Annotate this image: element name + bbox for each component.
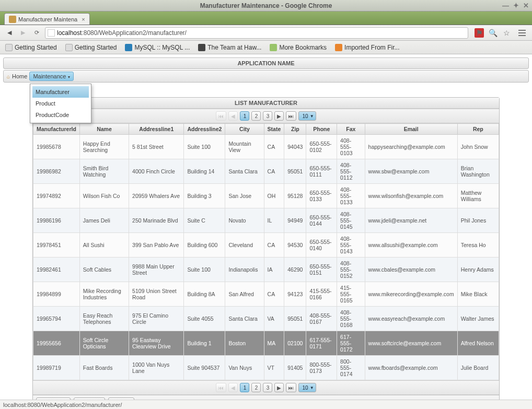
cell-rep: Walter James (457, 307, 499, 331)
cell-email: www.sbw@example.com (365, 159, 457, 184)
cell-state: CA (264, 135, 284, 159)
minimize-icon[interactable]: — (502, 2, 509, 9)
cell-phone: 650-555-0140 (306, 233, 337, 258)
cell-phone: 650-555-0151 (306, 258, 337, 282)
page-button-3[interactable]: 3 (263, 111, 272, 121)
browser-tabstrip: Manufacturer Maintena × (0, 11, 532, 25)
last-page-button[interactable]: ⏭ (286, 111, 296, 121)
cell-fax: 408-555-0152 (337, 258, 365, 282)
table-row[interactable]: 19984899Mike Recording Industries5109 Un… (33, 282, 499, 307)
bookmark-icon (65, 44, 73, 51)
page-button-3[interactable]: 3 (263, 383, 272, 392)
page-button-2[interactable]: 2 (251, 383, 261, 392)
cell-state: MA (264, 331, 284, 356)
browser-tab[interactable]: Manufacturer Maintena × (4, 13, 90, 25)
cell-email: happysearching@example.com (365, 135, 457, 159)
cell-fax: 408-555-0143 (337, 233, 365, 258)
rows-per-page-select[interactable]: 10 (298, 383, 316, 392)
column-header[interactable]: Email (365, 124, 457, 135)
table-row[interactable]: 19955656Soft Circle Opticians95 Eastway … (33, 331, 499, 356)
reload-button[interactable]: ⟳ (31, 28, 42, 38)
forward-button: ▶ (18, 28, 28, 38)
cell-id: 19989719 (33, 356, 80, 380)
back-button[interactable]: ◀ (4, 28, 15, 38)
dropdown-item[interactable]: Product (32, 98, 89, 109)
maintenance-menu[interactable]: Maintenance▾ (29, 72, 74, 81)
column-header[interactable]: Phone (306, 124, 337, 135)
url-text: localhost:8080/WebApplication2/manufactu… (57, 29, 187, 37)
table-row[interactable]: 19978451All Sushi399 San Pablo AveBuildi… (33, 233, 499, 258)
cell-phone: 650-555-0102 (306, 135, 337, 159)
table-row[interactable]: 19985678Happy End Searching5 81st Street… (33, 135, 499, 159)
cell-rep: Mike Black (457, 282, 499, 307)
column-header[interactable]: ManufacturerId (33, 124, 80, 135)
table-row[interactable]: 19965794Easy Reach Telephones975 El Cami… (33, 307, 499, 331)
cell-name: Soft Circle Opticians (79, 331, 129, 356)
table-row[interactable]: 19986982Smith Bird Watching4000 Finch Ci… (33, 159, 499, 184)
cell-email: www.jdeli@example.net (365, 208, 457, 233)
column-header[interactable]: Name (79, 124, 129, 135)
status-bar: localhost:8080/WebApplication2/manufactu… (0, 400, 532, 409)
bookmark-item[interactable]: Imported From Fir... (335, 44, 399, 51)
bookmark-label: MySQL :: MySQL ... (134, 44, 190, 51)
maximize-icon[interactable]: ✦ (513, 2, 519, 9)
cell-city: Van Nuys (225, 356, 264, 380)
browser-menu-button[interactable] (516, 30, 528, 36)
home-icon[interactable]: ⌂ (7, 74, 10, 79)
bookmark-item[interactable]: MySQL :: MySQL ... (125, 44, 190, 51)
cell-a1: 5109 Union Street Road (129, 282, 184, 307)
tab-close-icon[interactable]: × (82, 16, 85, 22)
table-row[interactable]: 19986196James Deli250 Marinade BlvdSuite… (33, 208, 499, 233)
navbar-right-icons: ⚑ 🔍 ☆ (475, 28, 511, 38)
column-header[interactable]: Zip (284, 124, 306, 135)
bookmark-item[interactable]: The Team at Haw... (198, 44, 261, 51)
cell-city: Novato (225, 208, 264, 233)
bookmark-item[interactable]: Getting Started (5, 44, 57, 51)
column-header[interactable]: Fax (337, 124, 365, 135)
column-header[interactable]: State (264, 124, 284, 135)
flash-icon[interactable]: ⚑ (475, 28, 484, 38)
table-row[interactable]: 19989719Fast Boards1000 Van Nuys LaneSui… (33, 356, 499, 380)
url-bar[interactable]: localhost:8080/WebApplication2/manufactu… (45, 27, 468, 39)
cell-zip: 94123 (284, 282, 306, 307)
column-header[interactable]: Addressline2 (184, 124, 225, 135)
bookmark-item[interactable]: Getting Started (65, 44, 117, 51)
cell-id: 19978451 (33, 233, 80, 258)
table-row[interactable]: 19974892Wilson Fish Co20959 Whalers AveB… (33, 184, 499, 208)
close-icon[interactable]: ✕ (523, 2, 529, 9)
next-page-button[interactable]: ▶ (274, 111, 284, 121)
cell-a1: 399 San Pablo Ave (129, 233, 184, 258)
next-page-button[interactable]: ▶ (274, 383, 284, 392)
tab-favicon (9, 16, 16, 23)
cell-a2: Building 8A (184, 282, 225, 307)
column-header[interactable]: Rep (457, 124, 499, 135)
bookmark-icon (125, 44, 132, 51)
table-row[interactable]: 19982461Soft Cables9988 Main Upper Stree… (33, 258, 499, 282)
last-page-button[interactable]: ⏭ (286, 383, 296, 392)
chevron-down-icon: ▾ (68, 75, 70, 79)
cell-name: Easy Reach Telephones (79, 307, 129, 331)
bookmark-label: Getting Started (15, 44, 57, 51)
page-button-1[interactable]: 1 (240, 383, 249, 392)
home-link[interactable]: Home (12, 73, 27, 79)
column-header[interactable]: Addressline1 (129, 124, 184, 135)
dropdown-item[interactable]: ProductCode (32, 109, 89, 121)
bookmark-item[interactable]: More Bookmarks (270, 44, 327, 51)
tab-label: Manufacturer Maintena (18, 16, 77, 22)
cell-rep: Henry Adams (457, 258, 499, 282)
column-header[interactable]: City (225, 124, 264, 135)
maintenance-dropdown: ManufacturerProductProductCode (30, 84, 91, 123)
cell-email: www.fboards@example.com (365, 356, 457, 380)
star-icon[interactable]: ☆ (502, 28, 511, 38)
cell-a1: 20959 Whalers Ave (129, 184, 184, 208)
zoom-icon[interactable]: 🔍 (488, 28, 498, 38)
cell-zip: 46290 (284, 258, 306, 282)
cell-zip: 94949 (284, 208, 306, 233)
prev-page-button: ◀ (228, 383, 238, 392)
window-titlebar: Manufacturer Maintenance - Google Chrome… (0, 0, 532, 11)
cell-zip: 95051 (284, 307, 306, 331)
rows-per-page-select[interactable]: 10 (298, 111, 316, 121)
page-button-1[interactable]: 1 (240, 111, 249, 121)
page-button-2[interactable]: 2 (251, 111, 261, 121)
dropdown-item[interactable]: Manufacturer (32, 86, 89, 98)
